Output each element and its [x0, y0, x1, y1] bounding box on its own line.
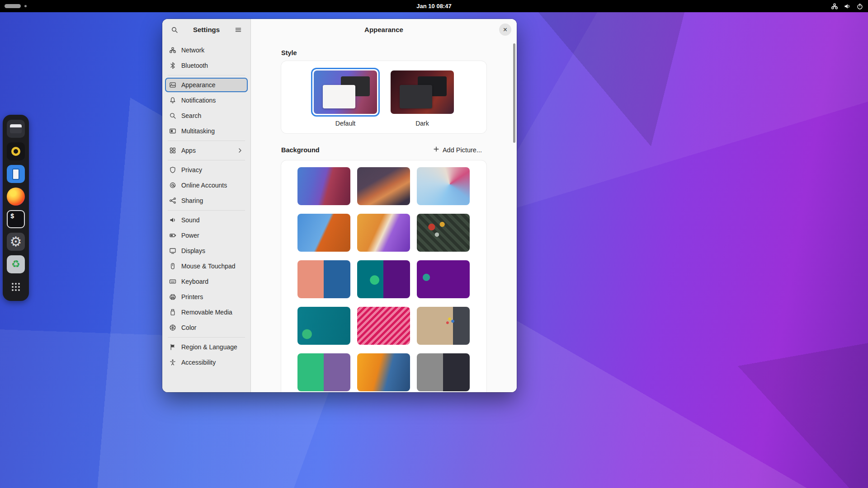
clock[interactable]: Jan 10 08:47 [0, 0, 868, 12]
network-icon [169, 47, 176, 54]
sidebar-item-label: Color [181, 324, 244, 331]
sidebar-item-label: Printers [181, 293, 244, 300]
wallpaper-thumbnail-blue-red-crystals[interactable] [297, 167, 350, 205]
dock-icon-terminal[interactable]: $ [7, 210, 25, 228]
recycle-icon: ♻ [11, 259, 20, 269]
sidebar-item-notifications[interactable]: Notifications [165, 93, 248, 108]
wallpaper-thumbnail-green-purple-split[interactable] [297, 353, 350, 391]
sidebar-item-label: Privacy [181, 166, 244, 174]
wallpaper-thumbnail-tan-pixels[interactable] [417, 307, 470, 345]
style-option-label: Default [335, 120, 355, 127]
bluetooth-icon [169, 62, 176, 69]
sidebar-item-privacy[interactable]: Privacy [165, 163, 248, 177]
dock: $⚙♻ [3, 115, 29, 301]
settings-sidebar: Settings NetworkBluetoothAppearanceNotif… [162, 19, 251, 392]
sidebar-item-label: Removable Media [181, 309, 244, 316]
search-button[interactable] [168, 23, 181, 37]
wallpaper-thumbnail-blue-orange-drips[interactable] [297, 214, 350, 252]
volume-icon [844, 3, 851, 10]
dock-icon-software[interactable]: ♻ [7, 255, 25, 273]
wallpaper-thumbnail-salmon-blue-split[interactable] [297, 260, 350, 298]
sidebar-item-keyboard[interactable]: Keyboard [165, 274, 248, 289]
sidebar-item-power[interactable]: Power [165, 228, 248, 243]
sidebar-item-label: Sharing [181, 197, 244, 204]
add-picture-button[interactable]: Add Picture... [429, 143, 486, 156]
status-area[interactable] [831, 0, 863, 12]
wallpaper-thumbnail-orange-blue-knit[interactable] [357, 353, 410, 391]
close-button[interactable]: × [499, 23, 511, 36]
top-bar: Jan 10 08:47 [0, 0, 868, 12]
style-option-default[interactable]: Default [311, 68, 380, 127]
sidebar-item-displays[interactable]: Displays [165, 244, 248, 258]
wallpaper-thumbnail-amber-purple-fold[interactable] [357, 214, 410, 252]
sidebar-item-label: Accessibility [181, 359, 244, 366]
dock-icon-files[interactable] [7, 120, 25, 138]
style-section-title: Style [281, 49, 486, 56]
settings-window: Settings NetworkBluetoothAppearanceNotif… [162, 19, 517, 392]
files-glyph [10, 124, 22, 133]
power-icon [169, 232, 176, 239]
sidebar-item-mouse-touchpad[interactable]: Mouse & Touchpad [165, 259, 248, 273]
multitasking-icon [169, 127, 176, 135]
app-grid-dots [12, 283, 20, 291]
sidebar-item-appearance[interactable]: Appearance [165, 78, 248, 92]
wallpaper-thumbnail-gray-dark-split[interactable] [417, 353, 470, 391]
wallpaper-thumbnail-swirl-blue-pink[interactable] [417, 167, 470, 205]
sidebar-item-printers[interactable]: Printers [165, 290, 248, 304]
dock-icon-appgrid[interactable] [7, 278, 25, 296]
wallpaper-thumbnail-teal-leaf[interactable] [297, 307, 350, 345]
style-preview-default [314, 70, 377, 114]
sidebar-item-sharing[interactable]: Sharing [165, 193, 248, 208]
sidebar-item-region-language[interactable]: Region & Language [165, 340, 248, 354]
wallpaper-thumbnail-pink-maze[interactable] [357, 307, 410, 345]
notifications-icon [169, 97, 176, 104]
dock-icon-mobile[interactable] [7, 165, 25, 183]
sidebar-item-accessibility[interactable]: Accessibility [165, 355, 248, 370]
sidebar-item-search[interactable]: Search [165, 108, 248, 123]
sidebar-item-label: Keyboard [181, 278, 244, 285]
sidebar-title: Settings [185, 26, 228, 33]
wallpaper-thumbnail-dark-mosaic-blocks[interactable] [417, 214, 470, 252]
sidebar-separator [168, 160, 245, 160]
appearance-icon [169, 81, 176, 89]
sidebar-item-label: Apps [181, 147, 231, 154]
style-preview-frame [311, 68, 380, 117]
add-picture-label: Add Picture... [443, 146, 482, 154]
mobile-glyph [12, 169, 19, 180]
sidebar-item-label: Region & Language [181, 343, 244, 351]
accessibility-icon [169, 359, 176, 366]
mouse-icon [169, 263, 176, 270]
sidebar-item-label: Displays [181, 247, 244, 254]
style-option-dark[interactable]: Dark [388, 68, 457, 127]
sidebar-item-label: Multitasking [181, 127, 244, 135]
sidebar-item-network[interactable]: Network [165, 43, 248, 57]
sidebar-item-removable-media[interactable]: Removable Media [165, 305, 248, 319]
sidebar-item-label: Search [181, 112, 244, 119]
sidebar-item-label: Power [181, 232, 244, 239]
dock-icon-media[interactable] [7, 142, 25, 160]
hamburger-menu-button[interactable] [231, 23, 245, 37]
background-header: Background Add Picture... [281, 143, 486, 156]
scrollbar[interactable] [513, 43, 515, 143]
printers-icon [169, 293, 176, 300]
sidebar-item-sound[interactable]: Sound [165, 213, 248, 227]
sidebar-item-bluetooth[interactable]: Bluetooth [165, 58, 248, 73]
privacy-icon [169, 166, 176, 174]
sidebar-item-color[interactable]: Color [165, 320, 248, 335]
preview-window-front [323, 85, 355, 108]
dock-icon-settings[interactable]: ⚙ [7, 233, 25, 251]
wallpaper-thumbnail-purple-leaf[interactable] [417, 260, 470, 298]
media-ring-glyph [11, 147, 20, 156]
sidebar-separator [168, 141, 245, 141]
sidebar-item-online-accounts[interactable]: Online Accounts [165, 178, 248, 192]
sidebar-item-label: Appearance [181, 81, 244, 89]
wallpaper-thumbnail-teal-purple-leaf[interactable] [357, 260, 410, 298]
sidebar-separator [168, 75, 245, 75]
gear-icon: ⚙ [10, 235, 22, 249]
main-header: Appearance × [251, 19, 517, 40]
dock-icon-firefox[interactable] [7, 188, 25, 206]
sidebar-item-multitasking[interactable]: Multitasking [165, 124, 248, 138]
online-accounts-icon [169, 182, 176, 189]
sidebar-item-apps[interactable]: Apps [165, 143, 248, 158]
wallpaper-thumbnail-dark-orange-abstract[interactable] [357, 167, 410, 205]
